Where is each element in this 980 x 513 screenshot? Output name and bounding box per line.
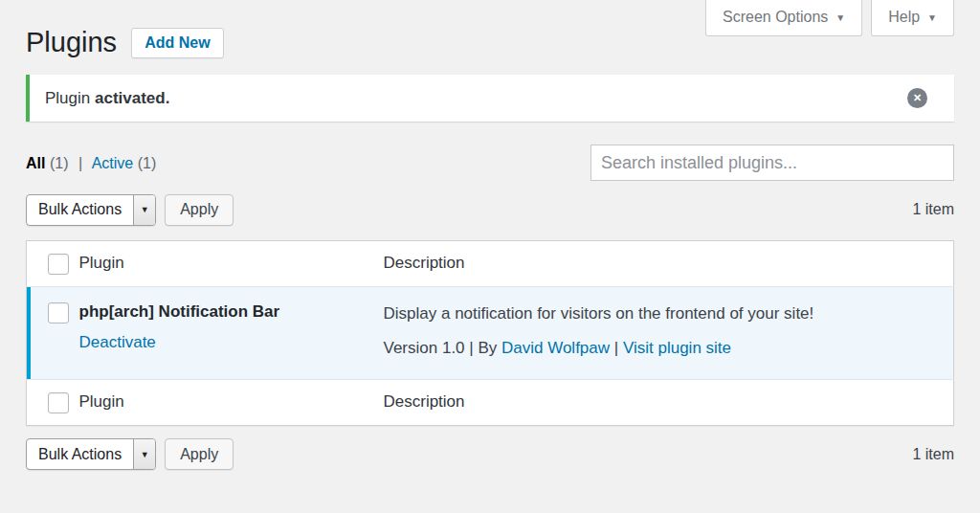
table-footer-row: Plugin Description <box>27 379 954 425</box>
column-header-description: Description <box>374 241 954 287</box>
filter-separator: | <box>78 155 82 171</box>
dismiss-notice-icon[interactable]: ✕ <box>907 88 927 108</box>
filter-active-label: Active <box>92 155 134 171</box>
bulk-actions-select[interactable]: Bulk Actions ▼ <box>26 194 156 226</box>
bulk-actions-group-top: Bulk Actions ▼ Apply <box>26 194 234 226</box>
author-link[interactable]: David Wolfpaw <box>501 339 610 357</box>
meta-separator: | <box>610 339 623 357</box>
page-title: Plugins <box>26 28 117 58</box>
select-dropdown-icon: ▼ <box>133 439 155 469</box>
plugin-meta: Version 1.0 | By David Wolfpaw | Visit p… <box>384 339 945 358</box>
help-button[interactable]: Help ▼ <box>871 0 954 36</box>
plugin-version-text: Version 1.0 | By <box>384 339 501 357</box>
filter-all-link[interactable]: All <box>26 155 45 171</box>
add-new-button[interactable]: Add New <box>131 28 223 58</box>
tablenav-bottom: Bulk Actions ▼ Apply 1 item <box>26 437 954 472</box>
table-header-row: Plugin Description <box>27 241 954 287</box>
apply-button-bottom[interactable]: Apply <box>165 438 234 470</box>
notice-text-regular: Plugin <box>45 89 95 107</box>
plugins-page: Plugins Add New Plugin activated. ✕ All … <box>0 0 980 472</box>
screen-meta-links: Screen Options ▼ Help ▼ <box>705 0 954 36</box>
chevron-down-icon: ▼ <box>927 12 937 23</box>
select-all-checkbox-bottom[interactable] <box>48 392 69 413</box>
help-label: Help <box>888 9 920 26</box>
visit-plugin-site-link[interactable]: Visit plugin site <box>623 339 731 357</box>
bulk-actions-selected-value: Bulk Actions <box>27 195 133 225</box>
filter-all-count: (1) <box>50 155 69 171</box>
search-input[interactable] <box>590 145 954 181</box>
notice-text-bold: activated. <box>95 89 169 107</box>
item-count: 1 item <box>912 201 954 218</box>
screen-options-button[interactable]: Screen Options ▼ <box>705 0 862 36</box>
bulk-actions-group-bottom: Bulk Actions ▼ Apply <box>26 438 234 470</box>
apply-button[interactable]: Apply <box>165 194 234 226</box>
filter-active-count: (1) <box>138 155 157 171</box>
item-count-bottom: 1 item <box>912 446 954 463</box>
notice-text: Plugin activated. <box>45 89 169 108</box>
filter-active-link[interactable]: Active <box>92 155 134 171</box>
select-dropdown-icon: ▼ <box>133 195 155 225</box>
column-header-plugin: Plugin <box>70 241 374 287</box>
filter-all-label: All <box>26 155 45 171</box>
bulk-actions-select-bottom[interactable]: Bulk Actions ▼ <box>26 438 156 470</box>
select-plugin-checkbox[interactable] <box>48 302 69 323</box>
bulk-actions-selected-value-bottom: Bulk Actions <box>27 439 133 469</box>
tablenav-top: Bulk Actions ▼ Apply 1 item <box>26 192 954 227</box>
select-all-checkbox[interactable] <box>48 254 69 275</box>
plugin-activated-notice: Plugin activated. ✕ <box>26 75 954 122</box>
screen-options-label: Screen Options <box>723 9 828 26</box>
column-footer-description: Description <box>374 379 954 425</box>
chevron-down-icon: ▼ <box>835 12 845 23</box>
plugins-list-table: Plugin Description php[arch] Notificatio… <box>26 240 954 426</box>
plugin-name: php[arch] Notification Bar <box>79 302 365 322</box>
table-row: php[arch] Notification Bar Deactivate Di… <box>27 287 954 380</box>
list-controls-row: All (1) | Active (1) <box>26 145 954 181</box>
plugin-description: Display a notification for visitors on t… <box>384 302 945 325</box>
deactivate-link[interactable]: Deactivate <box>79 333 156 352</box>
status-filter-links: All (1) | Active (1) <box>26 155 156 181</box>
column-footer-plugin: Plugin <box>70 379 374 425</box>
